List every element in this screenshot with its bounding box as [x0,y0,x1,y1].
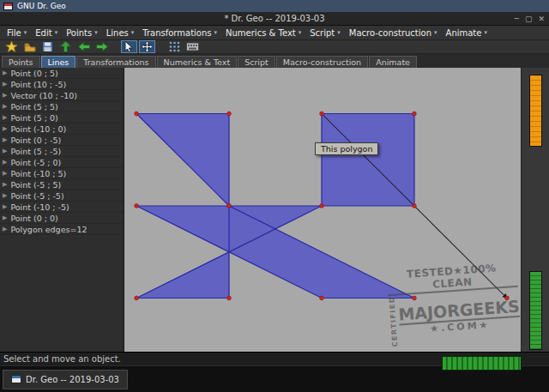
objects-sidebar: ▶Point (0 ; 5)▶Point (10 ; -5)▶Vector (1… [0,68,124,352]
object-list-item[interactable]: ▶Point (5 ; -5) [0,146,124,157]
status-text: Select and move an object. [3,354,121,364]
tab-transformations[interactable]: Transformations [76,56,155,68]
object-list-item[interactable]: ▶Polygon edges=12 [0,224,124,235]
tab-script[interactable]: Script [238,56,275,68]
vertex-point[interactable] [413,204,417,208]
redo-button[interactable] [94,40,110,53]
polygon-shape[interactable] [136,114,414,299]
expand-triangle-icon[interactable]: ▶ [3,226,7,232]
object-list-item[interactable]: ▶Point (-5 ; 0) [0,157,124,168]
vertex-point[interactable] [135,204,139,208]
menu-label: Points [66,28,92,38]
redo-icon [96,42,108,51]
tab-numerics-text[interactable]: Numerics & Text [157,56,238,68]
expand-triangle-icon[interactable]: ▶ [3,170,7,177]
object-label: Point (-10 ; 0) [10,124,66,134]
menu-label: Edit [35,28,51,38]
expand-triangle-icon[interactable]: ▶ [3,136,7,143]
vertex-point[interactable] [413,112,417,116]
object-list-item[interactable]: ▶Point (-5 ; -5) [0,190,124,202]
app-icon [3,3,13,10]
undo-button[interactable] [75,40,92,53]
object-list-item[interactable]: ▶Point (0 ; -5) [0,135,124,146]
object-list-item[interactable]: ▶Point (5 ; 0) [0,112,124,124]
object-list-item[interactable]: ▶Point (5 ; 5) [0,101,124,112]
export-button[interactable] [57,40,74,53]
open-folder-button[interactable] [21,40,38,53]
chevron-down-icon: ▾ [24,29,27,36]
expand-triangle-icon[interactable]: ▶ [3,203,7,210]
menu-animate[interactable]: Animate▾ [442,28,492,38]
menu-edit[interactable]: Edit▾ [31,28,62,38]
save-button[interactable] [39,40,56,53]
object-list-item[interactable]: ▶Point (-5 ; 5) [0,179,124,190]
menu-script[interactable]: Script▾ [305,28,345,38]
grid-button[interactable] [166,40,183,53]
vertex-point[interactable] [227,296,232,300]
chevron-down-icon: ▾ [484,29,487,36]
vertex-point[interactable] [413,296,417,300]
tab-animate[interactable]: Animate [369,56,417,68]
menu-transformations[interactable]: Transformations▾ [138,28,221,38]
object-label: Point (5 ; 5) [10,102,57,112]
object-label: Point (-10 ; -5) [10,202,69,212]
object-list-item[interactable]: ▶Point (0 ; 5) [0,68,124,79]
open-folder-icon [24,42,36,52]
keyboard-button[interactable] [184,40,201,53]
inner-titlebar[interactable]: * Dr. Geo -- 2019-03-03 ─ ▢ ✕ [0,12,549,26]
vertex-point[interactable] [135,112,139,116]
tab-macro-construction[interactable]: Macro-construction [276,56,368,68]
outer-window-title: GNU Dr. Geo [17,2,66,10]
window-controls: ─ ▢ ✕ [515,12,545,26]
object-list-item[interactable]: ▶Point (-10 ; 5) [0,168,124,179]
menu-file[interactable]: File▾ [3,28,31,38]
maximize-button[interactable]: ▢ [525,15,533,23]
expand-triangle-icon[interactable]: ▶ [3,181,7,188]
expand-triangle-icon[interactable]: ▶ [3,103,7,110]
object-label: Point (-5 ; 0) [10,158,61,167]
expand-triangle-icon[interactable]: ▶ [3,69,7,76]
expand-triangle-icon[interactable]: ▶ [3,159,7,166]
menu-points[interactable]: Points▾ [62,28,102,38]
tab-lines[interactable]: Lines [41,56,76,68]
menu-macro-construction[interactable]: Macro-construction▾ [345,28,442,38]
vertex-point[interactable] [227,112,232,116]
expand-triangle-icon[interactable]: ▶ [3,114,7,121]
expand-triangle-icon[interactable]: ▶ [3,192,7,199]
taskbar-item-label: Dr. Geo -- 2019-03-03 [26,375,119,384]
expand-triangle-icon[interactable]: ▶ [3,92,7,99]
object-label: Point (-5 ; -5) [10,191,63,201]
object-list-item[interactable]: ▶Point (-10 ; 0) [0,124,124,135]
vertex-point[interactable] [227,204,232,208]
expand-triangle-icon[interactable]: ▶ [3,125,7,132]
vertex-point[interactable] [320,112,324,116]
object-list-item[interactable]: ▶Point (10 ; -5) [0,79,124,90]
select-tool-button[interactable] [121,40,137,53]
object-list-item[interactable]: ▶Point (-10 ; -5) [0,202,124,213]
object-label: Point (-5 ; 5) [10,180,61,190]
menu-lines[interactable]: Lines▾ [102,28,139,38]
expand-triangle-icon[interactable]: ▶ [3,81,7,87]
close-button[interactable]: ✕ [538,15,545,23]
chevron-down-icon: ▾ [131,29,135,36]
object-list-item[interactable]: ▶Point (0 ; 0) [0,213,124,224]
toolbar [0,40,549,54]
move-tool-button[interactable] [139,40,155,53]
vertex-point[interactable] [320,204,324,208]
menu-numerics-text[interactable]: Numerics & Text▾ [221,28,305,38]
new-sketch-button[interactable] [3,40,20,53]
geometry-svg[interactable] [124,68,521,352]
expand-triangle-icon[interactable]: ▶ [3,214,7,221]
minimize-button[interactable]: ─ [515,15,519,23]
vertex-point[interactable] [505,296,510,300]
object-label: Point (10 ; -5) [10,80,66,89]
object-list-item[interactable]: ▶Vector (10 ; -10) [0,90,124,101]
tab-points[interactable]: Points [2,56,40,68]
expand-triangle-icon[interactable]: ▶ [3,148,7,154]
object-label: Point (0 ; 0) [10,214,57,223]
taskbar-item-drgeo[interactable]: Dr. Geo -- 2019-03-03 [3,370,128,389]
vertex-point[interactable] [135,296,139,300]
vertex-point[interactable] [320,296,324,300]
tabbar: PointsLinesTransformationsNumerics & Tex… [0,54,549,68]
geometry-canvas[interactable]: This polygon TESTED★100% CLEAN CERTIFIED… [124,68,521,352]
